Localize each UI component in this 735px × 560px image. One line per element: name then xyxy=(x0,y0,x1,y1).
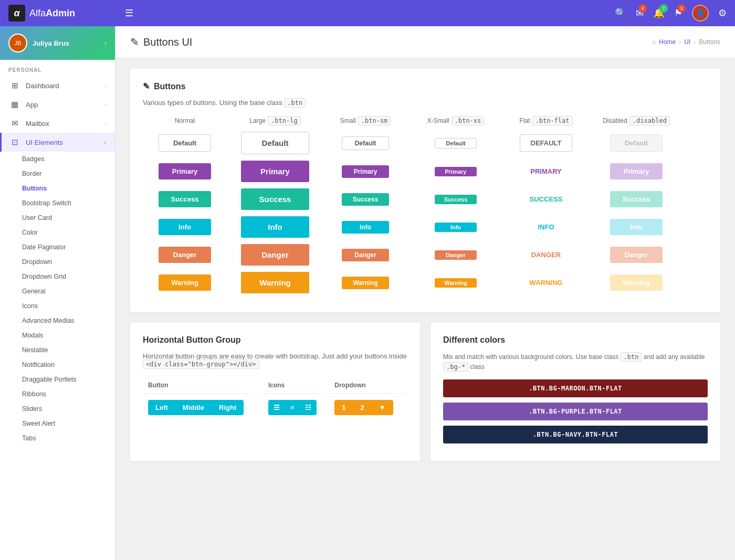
flag-icon[interactable]: ⚑ 3 xyxy=(674,7,682,19)
dropdown-btn-2[interactable]: 2 xyxy=(353,400,372,415)
sidebar-sub-draggable-portlets[interactable]: Draggable Portlets xyxy=(0,372,115,387)
btn-purple[interactable]: .BTN.BG-PURPLE.BTN-FLAT xyxy=(443,403,708,420)
align-right-button[interactable]: ☷ xyxy=(300,400,317,415)
btn-default-flat[interactable]: DEFAULT xyxy=(520,134,573,152)
btn-maroon[interactable]: .BTN.BG-MAROON.BTN-FLAT xyxy=(443,379,708,397)
hamburger-button[interactable]: ☰ xyxy=(119,7,140,19)
sidebar-sub-dropdown[interactable]: Dropdown xyxy=(0,255,115,269)
breadcrumb-ui-link[interactable]: UI xyxy=(684,38,690,46)
sidebar-sub-general[interactable]: General xyxy=(0,284,115,299)
btn-row-default: Default Default Default Default DEFAULT xyxy=(143,132,708,154)
btn-default-small[interactable]: Default xyxy=(342,136,389,150)
btn-danger-small[interactable]: Danger xyxy=(342,249,389,261)
sidebar-sub-user-card[interactable]: User Card xyxy=(0,210,115,225)
btn-primary-disabled[interactable]: Primary xyxy=(610,163,663,179)
col-large: Large .btn-lg xyxy=(233,116,317,125)
btn-primary-xs[interactable]: Primary xyxy=(435,167,477,176)
sidebar-sub-color[interactable]: Color xyxy=(0,225,115,240)
col-normal-label: Normal xyxy=(175,117,195,124)
btn-row-danger: Danger Danger Danger Danger DANGER Dange… xyxy=(143,244,708,266)
btn-info-flat[interactable]: INFO xyxy=(520,219,572,235)
btn-info-disabled[interactable]: Info xyxy=(610,219,663,235)
btn-info-normal[interactable]: Info xyxy=(159,219,211,235)
btn-middle[interactable]: Middle xyxy=(175,400,212,415)
sidebar-item-ui-label: UI Elements xyxy=(26,139,63,146)
sidebar-sub-ribbons[interactable]: Ribbons xyxy=(0,387,115,401)
btn-cell-default-xs: Default xyxy=(414,138,498,149)
btn-row-info: Info Info Info Info INFO Info xyxy=(143,216,708,238)
btn-left[interactable]: Left xyxy=(148,400,175,415)
sidebar-sub-notification[interactable]: Notification xyxy=(0,357,115,372)
btn-success-small[interactable]: Success xyxy=(342,193,389,206)
align-left-button[interactable]: ☰ xyxy=(268,400,285,415)
btn-info-large[interactable]: Info xyxy=(241,216,309,238)
btn-warning-large[interactable]: Warning xyxy=(241,272,309,293)
btn-info-small[interactable]: Info xyxy=(342,221,389,234)
align-center-button[interactable]: ≡ xyxy=(285,400,300,415)
btn-navy[interactable]: .BTN.BG-NAVY.BTN-FLAT xyxy=(443,426,708,443)
btn-primary-small[interactable]: Primary xyxy=(342,165,389,178)
btn-warning-normal[interactable]: Warning xyxy=(159,274,211,291)
btn-group-left-middle-right: Left Middle Right xyxy=(148,400,244,415)
sidebar-sub-nestable[interactable]: Nestable xyxy=(0,343,115,357)
btn-success-disabled[interactable]: Success xyxy=(610,191,663,207)
sidebar-sub-tabs[interactable]: Tabs xyxy=(0,431,115,446)
btn-default-disabled[interactable]: Default xyxy=(610,134,663,152)
sidebar-section-personal: Personal xyxy=(0,60,115,76)
sidebar-item-ui-elements[interactable]: ⊡ UI Elements ∨ xyxy=(0,133,115,152)
dropdown-caret-button[interactable]: ▼ xyxy=(372,400,393,415)
sidebar-sub-dropdown-grid[interactable]: Dropdown Grid xyxy=(0,269,115,284)
colors-desc-suffix: and add any available xyxy=(644,353,705,361)
btn-success-xs[interactable]: Success xyxy=(435,195,477,204)
dropdown-btn-1[interactable]: 1 xyxy=(334,400,353,415)
sidebar-sub-modals[interactable]: Modals xyxy=(0,328,115,343)
sidebar-sub-sliders[interactable]: Sliders xyxy=(0,401,115,416)
alpha-icon: α xyxy=(8,5,25,22)
sidebar-sub-sweet-alert[interactable]: Sweet Alert xyxy=(0,416,115,431)
sidebar-sub-advanced-medias[interactable]: Advanced Medias xyxy=(0,313,115,328)
sidebar-sub-buttons[interactable]: Buttons xyxy=(0,181,115,196)
btn-default-large[interactable]: Default xyxy=(241,132,309,154)
sidebar-sub-icons[interactable]: Icons xyxy=(0,299,115,313)
bell-icon[interactable]: 🔔 7 xyxy=(653,7,665,19)
sidebar-sub-bootstrap-switch[interactable]: Bootstrap Switch xyxy=(0,196,115,210)
sidebar-item-app[interactable]: ▦ App › xyxy=(0,95,115,114)
breadcrumb-home-link[interactable]: Home xyxy=(659,38,676,46)
page-title-edit-icon: ✎ xyxy=(130,36,139,48)
btn-danger-disabled[interactable]: Danger xyxy=(610,247,663,263)
btn-success-flat[interactable]: SUCCESS xyxy=(519,191,573,207)
btn-primary-normal[interactable]: Primary xyxy=(159,163,211,179)
btn-danger-normal[interactable]: Danger xyxy=(159,247,211,263)
btn-warning-disabled[interactable]: Warning xyxy=(610,274,663,291)
btn-row-primary: Primary Primary Primary Primary PRIMARY … xyxy=(143,161,708,182)
btn-danger-large[interactable]: Danger xyxy=(241,244,309,266)
gear-icon[interactable]: ⚙ xyxy=(718,7,727,19)
btn-success-large[interactable]: Success xyxy=(241,188,309,210)
btn-primary-flat[interactable]: PRIMARY xyxy=(520,163,572,179)
btn-danger-xs[interactable]: Danger xyxy=(435,250,477,260)
user-avatar-top[interactable]: 👤 xyxy=(692,5,709,22)
btn-primary-large[interactable]: Primary xyxy=(241,161,309,182)
sidebar: JB Juliya Brus › Personal ⊞ Dashboard › … xyxy=(0,26,116,560)
mail-icon[interactable]: ✉ 4 xyxy=(636,7,644,19)
btn-default-normal[interactable]: Default xyxy=(159,134,211,152)
sidebar-user[interactable]: JB Juliya Brus › xyxy=(0,26,115,60)
btn-warning-flat[interactable]: WARNING xyxy=(519,274,573,291)
btn-warning-xs[interactable]: Warning xyxy=(435,278,477,288)
btn-info-xs[interactable]: Info xyxy=(435,223,477,232)
search-icon[interactable]: 🔍 xyxy=(615,7,626,19)
content-body: ✎ Buttons Various types of buttons. Usin… xyxy=(116,58,735,482)
chevron-down-icon: ∨ xyxy=(103,140,107,145)
card-title-text: Buttons xyxy=(154,82,185,91)
btn-warning-small[interactable]: Warning xyxy=(342,277,389,289)
sidebar-sub-date-paginator[interactable]: Date Paginator xyxy=(0,240,115,255)
btn-right[interactable]: Right xyxy=(212,400,244,415)
btn-danger-flat[interactable]: DANGER xyxy=(520,247,572,263)
sidebar-item-dashboard[interactable]: ⊞ Dashboard › xyxy=(0,76,115,95)
sidebar-sub-badges[interactable]: Badges xyxy=(0,152,115,166)
btn-default-xs[interactable]: Default xyxy=(435,138,477,149)
sidebar-sub-border[interactable]: Border xyxy=(0,166,115,181)
dashboard-icon: ⊞ xyxy=(10,81,19,90)
btn-success-normal[interactable]: Success xyxy=(159,191,211,207)
sidebar-item-mailbox[interactable]: ✉ Mailbox › xyxy=(0,114,115,133)
